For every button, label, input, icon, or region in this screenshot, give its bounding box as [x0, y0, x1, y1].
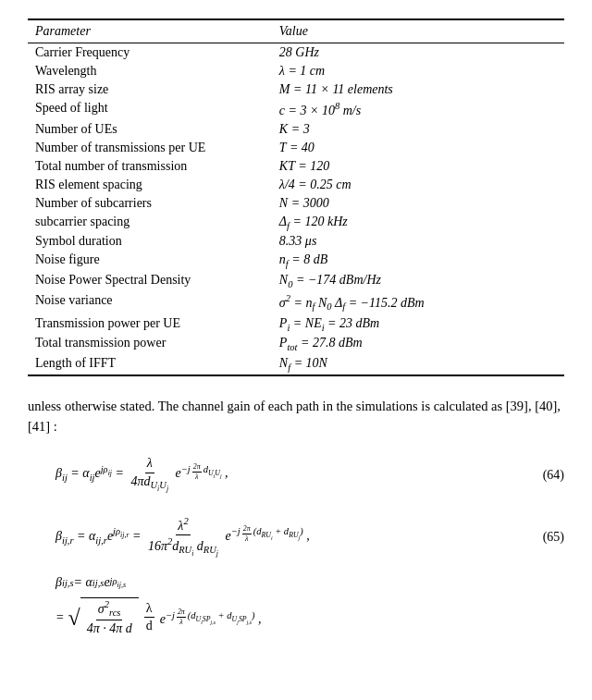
eq-beta-s-row1: βij,s = αij,sejρij,s: [56, 575, 564, 590]
param-cell: Symbol duration: [28, 232, 272, 251]
param-cell: Noise Power Spectral Density: [28, 271, 272, 291]
eq65-number: (65): [527, 530, 564, 545]
table-row: Length of IFFTNf = 10N: [28, 354, 564, 375]
value-cell: σ2 = nf N0 Δf = −115.2 dBm: [272, 291, 564, 313]
param-cell: Total number of transmission: [28, 157, 272, 176]
eq64-numerator: λ: [145, 455, 154, 473]
value-cell: KT = 120: [272, 157, 564, 176]
parameters-table-container: Parameter Value Carrier Frequency28 GHzW…: [28, 18, 564, 380]
eq-s-frac2-den: d: [144, 618, 154, 634]
table-row: Number of transmissions per UET = 40: [28, 139, 564, 157]
value-cell: N0 = −174 dBm/Hz: [272, 271, 564, 291]
table-row: Speed of lightc = 3 × 108 m/s: [28, 99, 564, 120]
value-cell: K = 3: [272, 120, 564, 139]
param-cell: Total transmission power: [28, 334, 272, 354]
eq65-frac: λ2 16π2dRUi dRUj: [146, 515, 220, 559]
param-cell: Transmission power per UE: [28, 314, 272, 335]
table-row: Number of UEsK = 3: [28, 120, 564, 139]
param-cell: Speed of light: [28, 99, 272, 120]
eq64-content: βij = αijejρij = λ 4πdUiUj e−j2πλdUiUj ,: [56, 451, 527, 497]
col-param-header: Parameter: [28, 19, 272, 43]
sqrt-symbol: √: [68, 607, 80, 629]
prose-text: unless otherwise stated. The channel gai…: [28, 397, 564, 437]
table-footer-line: [28, 375, 564, 380]
param-cell: Number of transmissions per UE: [28, 139, 272, 157]
value-cell: nf = 8 dB: [272, 251, 564, 271]
value-cell: λ/4 = 0.25 cm: [272, 176, 564, 194]
eq65-content: βij,r = αij,rejρij,r = λ2 16π2dRUi dRUj …: [56, 511, 527, 563]
table-row: Noise figurenf = 8 dB: [28, 251, 564, 271]
table-row: RIS array sizeM = 11 × 11 elements: [28, 80, 564, 99]
eq-s-frac2: λ d: [144, 600, 154, 634]
col-value-header: Value: [272, 19, 564, 43]
param-cell: Wavelength: [28, 62, 272, 80]
table-row: RIS element spacingλ/4 = 0.25 cm: [28, 176, 564, 194]
param-cell: Noise figure: [28, 251, 272, 271]
eq65-math: βij,r = αij,rejρij,r = λ2 16π2dRUi dRUj …: [56, 515, 310, 559]
table-row: Wavelengthλ = 1 cm: [28, 62, 564, 80]
value-cell: T = 40: [272, 139, 564, 157]
param-cell: Carrier Frequency: [28, 43, 272, 63]
value-cell: Ptot = 27.8 dBm: [272, 334, 564, 354]
param-cell: Noise variance: [28, 291, 272, 313]
param-cell: subcarrier spacing: [28, 213, 272, 233]
sqrt-frac-num: σ2rcs: [96, 598, 123, 620]
equation-65: βij,r = αij,rejρij,r = λ2 16π2dRUi dRUj …: [56, 511, 564, 563]
eq64-math: βij = αijejρij = λ 4πdUiUj e−j2πλdUiUj ,: [56, 455, 228, 494]
sqrt-content: σ2rcs 4π · 4π d: [80, 597, 139, 637]
eq64-number: (64): [527, 468, 564, 483]
eq-s-frac2-num: λ: [144, 600, 154, 618]
table-row: Noise varianceσ2 = nf N0 Δf = −115.2 dBm: [28, 291, 564, 313]
table-row: Transmission power per UEPi = NEi = 23 d…: [28, 314, 564, 335]
eq64-denominator: 4πdUiUj: [129, 473, 170, 495]
table-row: Total transmission powerPtot = 27.8 dBm: [28, 334, 564, 354]
equation-beta-s: βij,s = αij,sejρij,s = √ σ2rcs 4π · 4π d…: [56, 575, 564, 637]
value-cell: M = 11 × 11 elements: [272, 80, 564, 99]
eq-beta-s-row2: = √ σ2rcs 4π · 4π d λ d e−j2πλ(dUiSPj,s …: [56, 597, 564, 637]
value-cell: Pi = NEi = 23 dBm: [272, 314, 564, 335]
sqrt-frac-den: 4π · 4π d: [85, 620, 134, 637]
value-cell: Δf = 120 kHz: [272, 213, 564, 233]
sqrt-wrapper: √ σ2rcs 4π · 4π d: [68, 597, 138, 637]
table-row: Carrier Frequency28 GHz: [28, 43, 564, 63]
eq64-row: βij = αijejρij = λ 4πdUiUj e−j2πλdUiUj ,: [56, 455, 527, 494]
eq64-frac: λ 4πdUiUj: [129, 455, 170, 494]
value-cell: λ = 1 cm: [272, 62, 564, 80]
parameters-table: Parameter Value Carrier Frequency28 GHzW…: [28, 18, 564, 380]
param-cell: Number of subcarriers: [28, 194, 272, 213]
eq65-denominator: 16π2dRUi dRUj: [146, 535, 220, 559]
table-row: Total number of transmissionKT = 120: [28, 157, 564, 176]
table-row: Number of subcarriersN = 3000: [28, 194, 564, 213]
value-cell: Nf = 10N: [272, 354, 564, 375]
equation-64: βij = αijejρij = λ 4πdUiUj e−j2πλdUiUj ,…: [56, 451, 564, 497]
table-row: Symbol duration8.33 μs: [28, 232, 564, 251]
value-cell: 28 GHz: [272, 43, 564, 63]
table-row: subcarrier spacingΔf = 120 kHz: [28, 213, 564, 233]
table-row: Noise Power Spectral DensityN0 = −174 dB…: [28, 271, 564, 291]
value-cell: c = 3 × 108 m/s: [272, 99, 564, 120]
value-cell: 8.33 μs: [272, 232, 564, 251]
param-cell: Length of IFFT: [28, 354, 272, 375]
param-cell: RIS element spacing: [28, 176, 272, 194]
sqrt-frac: σ2rcs 4π · 4π d: [85, 598, 134, 637]
eq65-numerator: λ2: [176, 515, 190, 535]
eq65-row: βij,r = αij,rejρij,r = λ2 16π2dRUi dRUj …: [56, 515, 527, 559]
value-cell: N = 3000: [272, 194, 564, 213]
param-cell: RIS array size: [28, 80, 272, 99]
param-cell: Number of UEs: [28, 120, 272, 139]
